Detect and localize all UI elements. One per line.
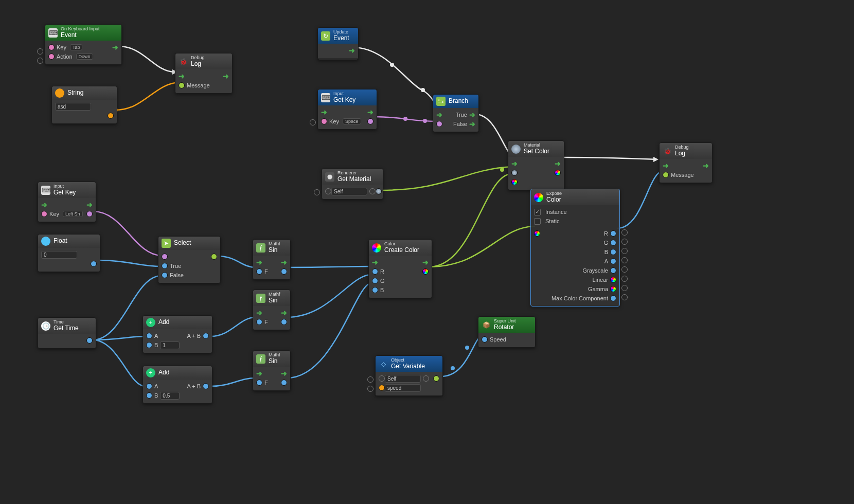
node-update[interactable]: ↻ UpdateEvent ➜ — [317, 27, 359, 60]
node-get-variable[interactable]: ◇ ObjectGet Variable Self speed — [375, 355, 443, 396]
add-b-input[interactable]: 0.5 — [160, 392, 180, 400]
node-create-color[interactable]: ColorCreate Color ➜➜ R G B — [368, 239, 432, 298]
side-port[interactable] — [314, 189, 320, 195]
node-title: Event — [61, 32, 100, 39]
node-select[interactable]: ➤ Select True False — [158, 236, 221, 283]
loop-icon: ↻ — [321, 31, 330, 41]
port-action[interactable] — [48, 53, 55, 60]
node-get-key-space[interactable]: ⌨ InputGet Key ➜➜ KeySpace — [317, 89, 377, 130]
mathf-icon: ƒ — [256, 294, 265, 303]
port-out[interactable] — [108, 113, 114, 119]
svg-point-2 — [421, 88, 425, 92]
port-out-bool[interactable] — [367, 118, 373, 124]
string-icon — [55, 88, 64, 98]
side-port[interactable] — [37, 48, 43, 55]
svg-point-1 — [390, 63, 394, 67]
unity-icon: ⬣ — [325, 172, 334, 182]
port-out[interactable] — [91, 261, 97, 267]
debug-icon: 🐞 — [179, 57, 188, 66]
svg-point-7 — [500, 168, 504, 172]
debug-icon: 🐞 — [663, 147, 672, 156]
self-input[interactable]: Self — [385, 375, 421, 383]
varname-input[interactable]: speed — [385, 384, 421, 392]
exec-out-icon[interactable]: ➜ — [112, 44, 118, 51]
keyboard-icon: ⌨ — [48, 28, 58, 38]
svg-point-6 — [423, 119, 427, 123]
mathf-icon: ƒ — [256, 354, 265, 364]
svg-marker-3 — [653, 157, 659, 162]
static-checkbox[interactable] — [534, 218, 541, 225]
port-bool-out[interactable] — [86, 211, 93, 217]
svg-point-8 — [451, 366, 455, 370]
node-float[interactable]: Float 0 — [38, 234, 100, 272]
node-sin-3[interactable]: ƒ MathfSin ➜➜ F — [253, 350, 291, 391]
port-material[interactable] — [511, 170, 518, 176]
add-icon: + — [146, 318, 155, 327]
port-f[interactable] — [256, 268, 262, 275]
key-value[interactable]: Tab — [70, 44, 83, 50]
port-true[interactable] — [162, 263, 168, 269]
node-sin-1[interactable]: ƒ MathfSin ➜➜ F — [253, 239, 291, 280]
string-value-input[interactable]: asd — [55, 103, 91, 111]
color-icon — [372, 243, 381, 253]
mathf-icon: ƒ — [256, 243, 265, 253]
float-icon — [41, 237, 50, 246]
port-color-in[interactable] — [511, 179, 518, 185]
node-expose-color[interactable]: ExposeColor ✓Instance Static R G B A Gra… — [530, 189, 620, 307]
node-get-time[interactable]: 🕒 TimeGet Time — [38, 317, 96, 349]
exec-in-icon[interactable]: ➜ — [179, 73, 185, 80]
port-out[interactable] — [433, 375, 439, 382]
port-message[interactable] — [179, 82, 185, 88]
node-debug-log-2[interactable]: 🐞 DebugLog ➜➜ Message — [659, 142, 713, 183]
port-color-out[interactable] — [422, 268, 429, 275]
material-icon — [511, 145, 521, 154]
node-string[interactable]: String asd — [51, 86, 117, 124]
port-time-out[interactable] — [86, 337, 93, 344]
svg-point-9 — [465, 346, 469, 350]
port-key[interactable] — [48, 44, 55, 50]
exec-out-icon[interactable]: ➜ — [349, 47, 355, 54]
side-port[interactable] — [37, 58, 43, 64]
float-value-input[interactable]: 0 — [41, 251, 77, 259]
node-debug-log-1[interactable]: 🐞 DebugLog ➜➜ Message — [175, 53, 233, 94]
node-get-material[interactable]: ⬣ RendererGet Material Self — [322, 168, 383, 200]
side-port[interactable] — [310, 119, 316, 125]
port-target[interactable] — [325, 188, 331, 194]
port-key[interactable] — [321, 118, 327, 124]
add-b-input[interactable]: 1 — [160, 341, 180, 349]
port-color-in[interactable] — [534, 230, 540, 237]
select-icon: ➤ — [162, 239, 171, 248]
node-branch[interactable]: ⮀ Branch ➜True➜ False➜ — [433, 94, 479, 132]
keyboard-icon: ⌨ — [41, 186, 50, 195]
superunit-icon: 📦 — [482, 320, 491, 330]
add-icon: + — [146, 368, 155, 377]
node-set-color[interactable]: MaterialSet Color ➜➜ — [508, 140, 564, 190]
port-cond[interactable] — [436, 121, 442, 127]
node-add-1[interactable]: + Add AA + B B1 — [143, 315, 212, 353]
port-cond[interactable] — [162, 254, 168, 260]
node-rotator[interactable]: 📦 Super UnitRotator Speed — [478, 316, 536, 348]
clock-icon: 🕒 — [41, 321, 50, 331]
port-speed[interactable] — [482, 336, 488, 343]
port-message[interactable] — [663, 172, 669, 178]
node-get-key-shift[interactable]: ⌨ InputGet Key ➜➜ KeyLeft Sh — [38, 182, 96, 222]
port-false[interactable] — [162, 272, 168, 278]
port-out[interactable] — [211, 254, 217, 260]
port-material-out[interactable] — [376, 188, 382, 194]
self-input[interactable]: Self — [331, 188, 367, 195]
keyboard-icon: ⌨ — [321, 93, 330, 102]
action-value[interactable]: Down — [76, 53, 93, 60]
instance-checkbox[interactable]: ✓ — [534, 209, 541, 215]
node-sin-2[interactable]: ƒ MathfSin ➜➜ F — [253, 290, 291, 330]
node-add-2[interactable]: + Add AA + B B0.5 — [143, 366, 212, 404]
color-icon — [534, 193, 543, 202]
exec-out-icon[interactable]: ➜ — [223, 73, 229, 80]
svg-point-5 — [403, 117, 407, 121]
node-on-keyboard-input[interactable]: ⌨ On Keyboard Input Event KeyTab ➜ Actio… — [45, 24, 122, 65]
object-icon: ◇ — [379, 359, 388, 369]
port-color-out[interactable] — [555, 170, 561, 176]
branch-icon: ⮀ — [436, 97, 446, 106]
